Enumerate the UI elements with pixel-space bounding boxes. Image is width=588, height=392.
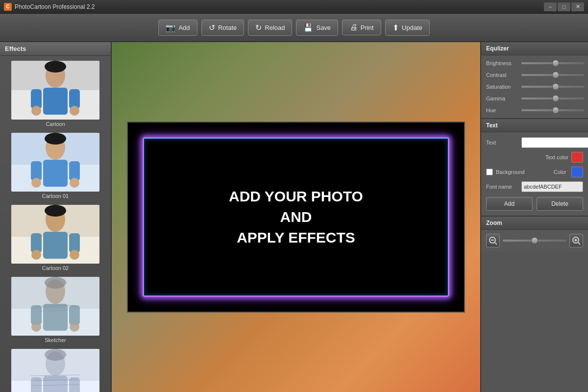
effect-item-cartoon[interactable]: Cartoon xyxy=(2,58,109,130)
effect-item-sketcher[interactable]: Sketcher xyxy=(2,274,109,346)
reload-icon: ↻ xyxy=(255,23,262,32)
background-color-swatch[interactable] xyxy=(571,167,583,177)
text-add-button[interactable]: Add xyxy=(486,197,533,211)
background-label: Background xyxy=(496,169,525,175)
brightness-label: Brightness xyxy=(486,60,521,66)
toolbar: 📷 Add ↺ Rotate ↻ Reload 💾 Save 🖨 Print ⬆… xyxy=(0,14,588,42)
brightness-slider[interactable] xyxy=(521,62,585,64)
cartoon-thumb-svg xyxy=(11,61,99,120)
svg-point-8 xyxy=(45,61,66,73)
add-button[interactable]: 📷 Add xyxy=(158,20,197,36)
sketcher-thumb-svg xyxy=(11,277,99,336)
background-color-text: Color xyxy=(554,169,566,175)
font-preview-text: abcdefABCDEF xyxy=(524,184,562,190)
text-color-swatch[interactable] xyxy=(571,152,583,163)
svg-point-46 xyxy=(45,349,66,361)
svg-line-56 xyxy=(578,243,580,245)
contrast-label: Contrast xyxy=(486,72,521,78)
background-checkbox[interactable] xyxy=(486,169,493,175)
zoom-in-button[interactable] xyxy=(569,234,583,247)
saturation-label: Saturation xyxy=(486,84,521,90)
zoom-out-button[interactable] xyxy=(486,234,500,247)
zoom-body xyxy=(481,230,588,251)
contrast-row: Contrast xyxy=(486,72,583,78)
save-label: Save xyxy=(316,24,331,31)
effect-item-cartoon02[interactable]: Cartoon 02 xyxy=(2,202,109,274)
canvas-area: ADD YOUR PHOTO AND APPLY EFFECTS xyxy=(112,42,480,392)
print-label: Print xyxy=(361,24,374,31)
minimize-button[interactable]: − xyxy=(544,2,557,11)
effects-header: Effects xyxy=(0,42,111,56)
maximize-button[interactable]: □ xyxy=(558,2,570,11)
rotate-button[interactable]: ↺ Rotate xyxy=(201,20,244,36)
add-label: Add xyxy=(178,24,190,31)
effect-thumb-sketcher xyxy=(11,277,99,336)
update-button[interactable]: ⬆ Update xyxy=(385,20,430,36)
svg-rect-12 xyxy=(43,160,68,187)
effect-label-cartoon01: Cartoon 01 xyxy=(42,193,69,199)
app-icon: C xyxy=(4,3,12,11)
cartoon01-thumb-svg xyxy=(11,133,99,192)
effect-label-cartoon02: Cartoon 02 xyxy=(42,265,69,271)
rotate-label: Rotate xyxy=(218,24,237,31)
canvas-line3: APPLY EFFECTS xyxy=(237,229,355,245)
effects-list[interactable]: Cartoon xyxy=(0,56,111,392)
svg-point-24 xyxy=(31,250,41,260)
text-color-row: Text color xyxy=(486,152,583,163)
text-input-row: Text xyxy=(486,137,583,148)
hue-slider[interactable] xyxy=(521,109,585,111)
effect-item-sketch[interactable]: Sketch xyxy=(2,346,109,392)
effect-label-cartoon: Cartoon xyxy=(46,121,65,127)
brightness-row: Brightness xyxy=(486,60,583,66)
text-body: Text Text color Background Color xyxy=(481,132,588,216)
effect-thumb-cartoon01 xyxy=(11,133,99,192)
effects-panel: Effects xyxy=(0,42,112,392)
effect-thumb-sketch xyxy=(11,349,99,392)
effect-thumb-cartoon xyxy=(11,61,99,120)
save-button[interactable]: 💾 Save xyxy=(296,20,338,36)
saturation-row: Saturation xyxy=(486,84,583,90)
add-icon: 📷 xyxy=(166,23,175,32)
text-delete-button[interactable]: Delete xyxy=(537,197,583,211)
update-icon: ⬆ xyxy=(392,23,399,32)
svg-point-7 xyxy=(70,106,79,116)
cartoon02-thumb-svg xyxy=(11,205,99,264)
svg-point-34 xyxy=(70,322,79,332)
text-input-field[interactable] xyxy=(521,137,588,148)
canvas-placeholder-text: ADD YOUR PHOTO AND APPLY EFFECTS xyxy=(229,186,363,248)
contrast-slider[interactable] xyxy=(521,74,585,76)
equalizer-section: Equlizer Brightness Contrast Saturation xyxy=(481,42,588,119)
svg-point-16 xyxy=(70,178,79,188)
canvas-line2: AND xyxy=(280,209,312,225)
svg-rect-42 xyxy=(31,377,42,392)
zoom-slider[interactable] xyxy=(503,240,566,242)
equalizer-body: Brightness Contrast Saturation Gamma xyxy=(481,55,588,118)
hue-row: Hue xyxy=(486,107,583,113)
svg-point-35 xyxy=(45,277,66,289)
print-button[interactable]: 🖨 Print xyxy=(342,20,381,35)
hue-label: Hue xyxy=(486,107,521,113)
svg-point-25 xyxy=(70,250,79,260)
text-action-buttons: Add Delete xyxy=(486,197,583,211)
effect-item-cartoon01[interactable]: Cartoon 01 xyxy=(2,130,109,202)
print-icon: 🖨 xyxy=(350,23,358,32)
close-button[interactable]: ✕ xyxy=(571,2,584,11)
title-bar: C PhotoCartoon Professional 2.2 − □ ✕ xyxy=(0,0,588,14)
font-name-label: Font name xyxy=(486,184,521,190)
svg-rect-41 xyxy=(43,376,68,392)
svg-point-33 xyxy=(31,322,41,332)
app-title: PhotoCartoon Professional 2.2 xyxy=(15,3,95,10)
svg-line-52 xyxy=(495,243,497,245)
svg-point-6 xyxy=(31,106,41,116)
svg-rect-21 xyxy=(43,232,68,259)
text-section: Text Text Text color Back xyxy=(481,119,588,217)
saturation-slider[interactable] xyxy=(521,86,585,88)
app-body: 📷 Add ↺ Rotate ↻ Reload 💾 Save 🖨 Print ⬆… xyxy=(0,14,588,392)
font-preview[interactable]: abcdefABCDEF xyxy=(521,181,583,192)
svg-point-17 xyxy=(45,133,66,145)
gamma-slider[interactable] xyxy=(521,98,585,99)
zoom-section: Zoom xyxy=(481,217,588,251)
svg-point-26 xyxy=(45,205,66,217)
zoom-out-icon xyxy=(489,236,497,245)
reload-button[interactable]: ↻ Reload xyxy=(248,20,292,36)
